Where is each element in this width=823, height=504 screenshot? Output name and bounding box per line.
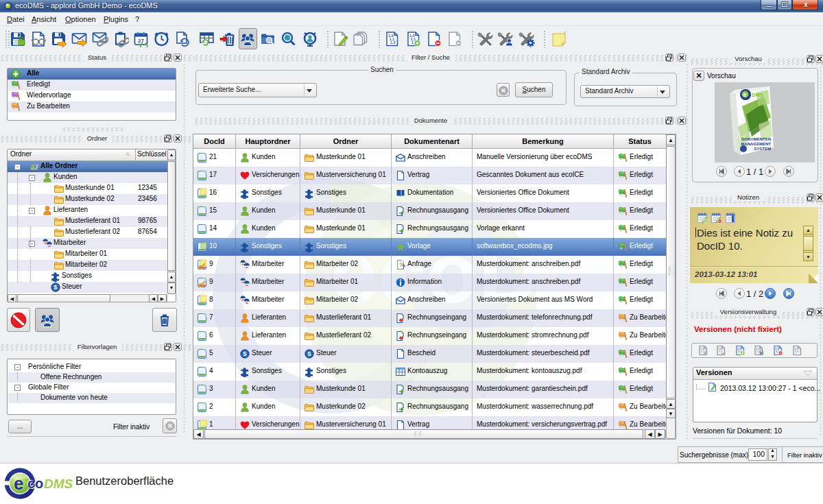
- svg-text:?: ?: [402, 263, 406, 270]
- svg-text:$: $: [243, 350, 247, 357]
- svg-text:e: e: [743, 91, 747, 98]
- svg-text:1.1: 1.1: [795, 350, 799, 353]
- svg-text:SYSTEM: SYSTEM: [754, 147, 771, 151]
- svg-text:$: $: [53, 283, 58, 291]
- svg-text:27: 27: [138, 38, 144, 44]
- svg-text:$: $: [307, 350, 311, 357]
- svg-text:1.2: 1.2: [390, 40, 396, 45]
- svg-text:DOKUMENTEN: DOKUMENTEN: [741, 137, 771, 141]
- svg-text:1.1: 1.1: [719, 350, 723, 353]
- svg-text:DMS: DMS: [752, 92, 763, 98]
- svg-text:MANAGEMENT: MANAGEMENT: [741, 142, 771, 146]
